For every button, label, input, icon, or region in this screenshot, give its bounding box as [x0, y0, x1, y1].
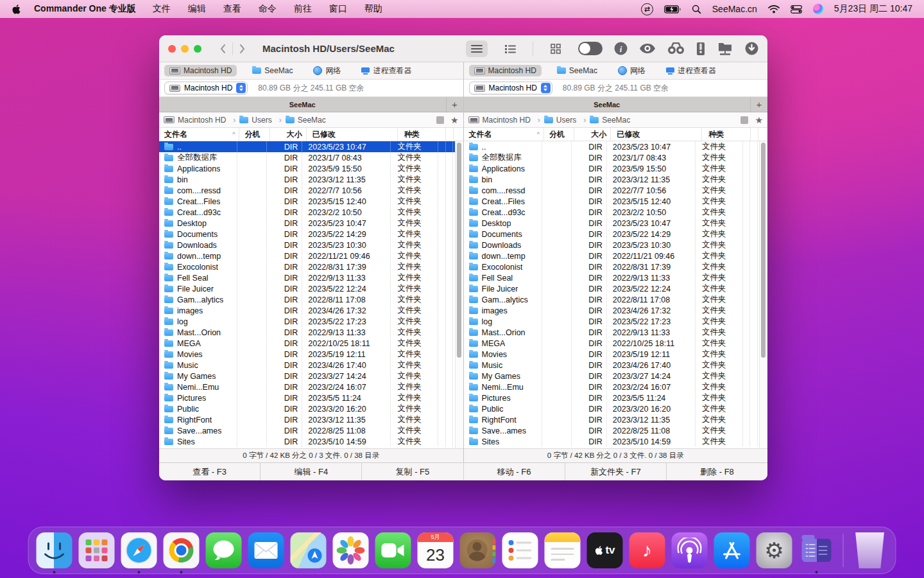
dock-system-preferences-icon[interactable]: ⚙ [757, 532, 792, 568]
file-row[interactable]: 全部数据库 DIR 2023/1/7 08:43 文件夹 [464, 152, 760, 163]
file-row[interactable]: Music DIR 2023/4/26 17:40 文件夹 [159, 360, 455, 371]
file-row[interactable]: down...temp DIR 2022/11/21 09:46 文件夹 [159, 250, 455, 261]
file-row[interactable]: Creat...Files DIR 2023/5/15 12:40 文件夹 [464, 196, 760, 207]
favorite-item[interactable]: 网络 [308, 64, 346, 78]
dock-notes-icon[interactable] [545, 532, 581, 568]
breadcrumb-item[interactable]: Macintosh HD › [468, 116, 544, 125]
file-row[interactable]: Nemi...Emu DIR 2023/2/24 16:07 文件夹 [159, 381, 455, 392]
scrollbar[interactable] [455, 141, 463, 448]
file-row[interactable]: Mast...Orion DIR 2022/9/13 11:33 文件夹 [464, 327, 760, 338]
vpn-status-label[interactable]: SeeMac.cn [712, 4, 757, 14]
breadcrumb-item[interactable]: Users › [544, 116, 590, 125]
dock-finder-icon[interactable] [37, 532, 73, 568]
apple-logo-icon[interactable] [12, 4, 21, 15]
wifi-icon[interactable] [768, 5, 780, 13]
file-row[interactable]: File Juicer DIR 2023/5/22 12:24 文件夹 [159, 283, 455, 294]
file-row[interactable]: RightFont DIR 2023/3/12 11:35 文件夹 [464, 414, 760, 425]
column-header-ext[interactable]: 分机 [544, 128, 574, 141]
dock-app-store-icon[interactable] [714, 532, 750, 568]
file-row[interactable]: MEGA DIR 2022/10/25 18:11 文件夹 [159, 338, 455, 349]
dock-calendar-icon[interactable]: 5月 23 [418, 532, 454, 568]
file-row[interactable]: Desktop DIR 2023/5/23 10:47 文件夹 [159, 218, 455, 229]
siri-icon[interactable] [813, 4, 823, 14]
drive-selector[interactable]: Macintosh HD [164, 82, 248, 94]
drive-stepper-icon[interactable] [236, 83, 246, 93]
favorite-item[interactable]: 进程查看器 [661, 64, 721, 78]
tab-seemac[interactable]: SeeMac [464, 97, 751, 112]
file-row[interactable]: com....ressd DIR 2022/7/7 10:56 文件夹 [464, 185, 760, 196]
scrollbar-thumb[interactable] [761, 143, 766, 358]
spotlight-search-icon[interactable] [692, 4, 701, 14]
file-row[interactable]: Applications DIR 2023/5/9 15:50 文件夹 [464, 163, 760, 174]
forward-icon[interactable] [239, 44, 246, 54]
menu-item[interactable]: 命令 [259, 3, 277, 15]
file-row[interactable]: Public DIR 2023/3/20 16:20 文件夹 [159, 403, 455, 414]
dock-launchpad-icon[interactable] [79, 532, 115, 568]
network-button[interactable] [717, 42, 733, 56]
quick-look-button[interactable] [639, 43, 656, 54]
transfer-status-icon[interactable]: ⇄ [641, 3, 653, 15]
favorite-item[interactable]: 进程查看器 [356, 64, 416, 78]
dock-commander-one-icon[interactable] [799, 532, 835, 568]
file-row[interactable]: .. DIR 2023/5/23 10:47 文件夹 [159, 141, 455, 152]
file-row[interactable]: 全部数据库 DIR 2023/1/7 08:43 文件夹 [159, 152, 455, 163]
file-row[interactable]: Downloads DIR 2023/5/23 10:30 文件夹 [464, 240, 760, 250]
back-icon[interactable] [219, 44, 226, 54]
scrollbar[interactable] [759, 141, 767, 448]
file-row[interactable]: Downloads DIR 2023/5/23 10:30 文件夹 [159, 240, 455, 250]
file-row[interactable]: Documents DIR 2023/5/22 14:29 文件夹 [159, 229, 455, 240]
file-row[interactable]: Applications DIR 2023/5/9 15:50 文件夹 [159, 163, 455, 174]
brief-view-button[interactable] [499, 40, 521, 57]
column-header-kind[interactable]: 种类 [398, 128, 447, 141]
tab-seemac[interactable]: SeeMac [159, 97, 447, 112]
full-view-button[interactable] [466, 40, 488, 57]
file-row[interactable]: Mast...Orion DIR 2022/9/13 11:33 文件夹 [159, 327, 455, 338]
file-row[interactable]: Public DIR 2023/3/20 16:20 文件夹 [464, 403, 760, 414]
close-button[interactable] [168, 45, 176, 53]
column-header-modified[interactable]: 已修改 [611, 128, 702, 141]
file-row[interactable]: Pictures DIR 2023/5/5 11:24 文件夹 [159, 392, 455, 403]
file-row[interactable]: My Games DIR 2023/3/27 14:24 文件夹 [159, 371, 455, 381]
control-center-icon[interactable] [791, 5, 802, 13]
file-row[interactable]: File Juicer DIR 2023/5/22 12:24 文件夹 [464, 283, 760, 294]
dock-maps-icon[interactable] [291, 532, 327, 568]
file-row[interactable]: images DIR 2023/4/26 17:32 文件夹 [464, 305, 760, 316]
column-header-modified[interactable]: 已修改 [307, 128, 398, 141]
column-header-size[interactable]: 大小 [270, 128, 307, 141]
file-row[interactable]: .. DIR 2023/5/23 10:47 文件夹 [464, 141, 760, 152]
menu-app-name[interactable]: Commander One 专业版 [34, 3, 136, 15]
minimize-button[interactable] [181, 45, 189, 53]
favorite-item[interactable]: 网络 [613, 64, 651, 78]
favorite-item[interactable]: SeeMac [552, 65, 603, 76]
dock-chrome-icon[interactable] [164, 532, 200, 568]
menu-item[interactable]: 帮助 [364, 3, 382, 15]
scrollbar-thumb[interactable] [457, 143, 461, 358]
info-button[interactable]: i [614, 42, 628, 55]
file-row[interactable]: Nemi...Emu DIR 2023/2/24 16:07 文件夹 [464, 381, 760, 392]
file-row[interactable]: Sites DIR 2023/5/10 14:59 文件夹 [464, 436, 760, 447]
menu-item[interactable]: 窗口 [329, 3, 347, 15]
file-row[interactable]: Save...ames DIR 2022/8/25 11:08 文件夹 [464, 425, 760, 436]
column-header-name[interactable]: 文件名 ^ [159, 128, 239, 141]
dock-photos-icon[interactable] [333, 532, 369, 568]
file-row[interactable]: Creat...d93c DIR 2023/2/2 10:50 文件夹 [464, 207, 760, 218]
dock-music-icon[interactable]: ♪ [629, 532, 665, 568]
add-tab-button[interactable]: + [751, 97, 767, 112]
panel-mode-button[interactable] [436, 116, 444, 124]
dock-messages-icon[interactable] [206, 532, 242, 568]
archive-button[interactable] [696, 42, 705, 56]
file-row[interactable]: Creat...d93c DIR 2023/2/2 10:50 文件夹 [159, 207, 455, 218]
file-row[interactable]: Sites DIR 2023/5/10 14:59 文件夹 [159, 436, 455, 447]
file-row[interactable]: Music DIR 2023/4/26 17:40 文件夹 [464, 360, 760, 371]
add-tab-button[interactable]: + [447, 97, 463, 112]
file-row[interactable]: My Games DIR 2023/3/27 14:24 文件夹 [464, 371, 760, 381]
panel-toggle-switch[interactable] [578, 42, 603, 55]
fkey-button[interactable]: 新文件夹 - F7 [565, 463, 667, 480]
breadcrumb-item[interactable]: SeeMac › [286, 116, 326, 125]
dock-trash-icon[interactable] [852, 532, 888, 568]
downloads-button[interactable] [745, 42, 758, 55]
file-row[interactable]: log DIR 2023/5/22 17:23 文件夹 [159, 316, 455, 327]
file-row[interactable]: images DIR 2023/4/26 17:32 文件夹 [159, 305, 455, 316]
column-header-kind[interactable]: 种类 [702, 128, 751, 141]
fkey-button[interactable]: 删除 - F8 [667, 463, 767, 480]
